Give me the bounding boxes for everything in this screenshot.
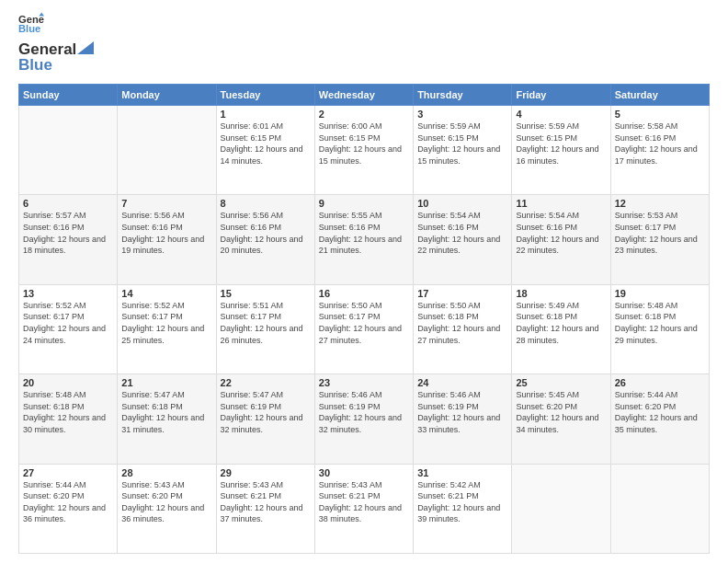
day-number: 15 bbox=[221, 288, 311, 299]
day-number: 17 bbox=[417, 288, 507, 299]
day-number: 5 bbox=[615, 109, 705, 120]
day-info: Sunrise: 5:45 AMSunset: 6:20 PMDaylight:… bbox=[516, 389, 606, 435]
calendar-cell: 6Sunrise: 5:57 AMSunset: 6:16 PMDaylight… bbox=[19, 195, 118, 284]
calendar-cell bbox=[610, 464, 709, 553]
day-number: 25 bbox=[516, 377, 606, 388]
calendar-cell: 31Sunrise: 5:42 AMSunset: 6:21 PMDayligh… bbox=[414, 464, 512, 553]
logo-blue: Blue bbox=[18, 56, 94, 75]
col-header-friday: Friday bbox=[512, 85, 610, 106]
calendar-cell: 24Sunrise: 5:46 AMSunset: 6:19 PMDayligh… bbox=[414, 374, 512, 464]
day-info: Sunrise: 5:57 AMSunset: 6:16 PMDaylight:… bbox=[23, 210, 113, 256]
day-number: 10 bbox=[417, 198, 507, 209]
day-info: Sunrise: 5:56 AMSunset: 6:16 PMDaylight:… bbox=[221, 210, 311, 256]
calendar-cell: 16Sunrise: 5:50 AMSunset: 6:17 PMDayligh… bbox=[314, 284, 413, 373]
day-info: Sunrise: 5:44 AMSunset: 6:20 PMDaylight:… bbox=[615, 389, 705, 435]
day-number: 23 bbox=[319, 377, 409, 388]
day-info: Sunrise: 5:50 AMSunset: 6:17 PMDaylight:… bbox=[319, 300, 409, 346]
calendar-cell: 8Sunrise: 5:56 AMSunset: 6:16 PMDaylight… bbox=[216, 195, 314, 284]
day-number: 30 bbox=[319, 467, 409, 478]
svg-text:Blue: Blue bbox=[18, 23, 40, 34]
day-info: Sunrise: 5:49 AMSunset: 6:18 PMDaylight:… bbox=[516, 300, 606, 346]
day-number: 28 bbox=[121, 467, 211, 478]
day-info: Sunrise: 5:48 AMSunset: 6:18 PMDaylight:… bbox=[23, 389, 113, 435]
day-info: Sunrise: 5:43 AMSunset: 6:21 PMDaylight:… bbox=[221, 479, 311, 525]
day-info: Sunrise: 5:50 AMSunset: 6:18 PMDaylight:… bbox=[417, 300, 507, 346]
day-info: Sunrise: 5:44 AMSunset: 6:20 PMDaylight:… bbox=[23, 479, 113, 525]
day-info: Sunrise: 5:53 AMSunset: 6:17 PMDaylight:… bbox=[615, 210, 705, 256]
day-number: 1 bbox=[221, 109, 311, 120]
day-number: 9 bbox=[319, 198, 409, 209]
day-number: 8 bbox=[221, 198, 311, 209]
day-number: 18 bbox=[516, 288, 606, 299]
day-number: 4 bbox=[516, 109, 606, 120]
col-header-tuesday: Tuesday bbox=[216, 85, 314, 106]
day-number: 3 bbox=[417, 109, 507, 120]
calendar-cell: 13Sunrise: 5:52 AMSunset: 6:17 PMDayligh… bbox=[19, 284, 118, 373]
calendar-cell: 14Sunrise: 5:52 AMSunset: 6:17 PMDayligh… bbox=[118, 284, 216, 373]
svg-marker-3 bbox=[77, 41, 94, 54]
day-info: Sunrise: 5:55 AMSunset: 6:16 PMDaylight:… bbox=[319, 210, 409, 256]
calendar-cell: 18Sunrise: 5:49 AMSunset: 6:18 PMDayligh… bbox=[512, 284, 610, 373]
day-info: Sunrise: 5:43 AMSunset: 6:20 PMDaylight:… bbox=[121, 479, 211, 525]
day-number: 2 bbox=[319, 109, 409, 120]
day-number: 7 bbox=[121, 198, 211, 209]
calendar-header-row: SundayMondayTuesdayWednesdayThursdayFrid… bbox=[19, 85, 710, 106]
calendar-cell: 23Sunrise: 5:46 AMSunset: 6:19 PMDayligh… bbox=[314, 374, 413, 464]
logo-icon: General Blue bbox=[18, 11, 44, 37]
calendar-cell: 17Sunrise: 5:50 AMSunset: 6:18 PMDayligh… bbox=[414, 284, 512, 373]
day-info: Sunrise: 5:58 AMSunset: 6:16 PMDaylight:… bbox=[615, 121, 705, 167]
day-number: 31 bbox=[417, 467, 507, 478]
day-number: 24 bbox=[417, 377, 507, 388]
day-info: Sunrise: 5:42 AMSunset: 6:21 PMDaylight:… bbox=[417, 479, 507, 525]
col-header-saturday: Saturday bbox=[610, 85, 709, 106]
calendar-cell: 2Sunrise: 6:00 AMSunset: 6:15 PMDaylight… bbox=[314, 106, 413, 195]
day-number: 27 bbox=[23, 467, 113, 478]
calendar-cell: 5Sunrise: 5:58 AMSunset: 6:16 PMDaylight… bbox=[610, 106, 709, 195]
day-number: 20 bbox=[23, 377, 113, 388]
day-info: Sunrise: 5:59 AMSunset: 6:15 PMDaylight:… bbox=[417, 121, 507, 167]
calendar-cell: 11Sunrise: 5:54 AMSunset: 6:16 PMDayligh… bbox=[512, 195, 610, 284]
calendar-cell bbox=[19, 106, 118, 195]
calendar-cell: 20Sunrise: 5:48 AMSunset: 6:18 PMDayligh… bbox=[19, 374, 118, 464]
calendar-cell: 21Sunrise: 5:47 AMSunset: 6:18 PMDayligh… bbox=[118, 374, 216, 464]
blue-triangle-icon bbox=[77, 41, 94, 54]
col-header-thursday: Thursday bbox=[414, 85, 512, 106]
calendar-cell bbox=[512, 464, 610, 553]
day-number: 6 bbox=[23, 198, 113, 209]
day-number: 13 bbox=[23, 288, 113, 299]
day-number: 22 bbox=[221, 377, 311, 388]
calendar-cell: 29Sunrise: 5:43 AMSunset: 6:21 PMDayligh… bbox=[216, 464, 314, 553]
day-number: 19 bbox=[615, 288, 705, 299]
calendar-cell: 15Sunrise: 5:51 AMSunset: 6:17 PMDayligh… bbox=[216, 284, 314, 373]
day-number: 11 bbox=[516, 198, 606, 209]
calendar-cell: 1Sunrise: 6:01 AMSunset: 6:15 PMDaylight… bbox=[216, 106, 314, 195]
day-info: Sunrise: 5:59 AMSunset: 6:15 PMDaylight:… bbox=[516, 121, 606, 167]
day-info: Sunrise: 5:56 AMSunset: 6:16 PMDaylight:… bbox=[121, 210, 211, 256]
day-info: Sunrise: 5:51 AMSunset: 6:17 PMDaylight:… bbox=[221, 300, 311, 346]
day-number: 14 bbox=[121, 288, 211, 299]
calendar-week-row: 1Sunrise: 6:01 AMSunset: 6:15 PMDaylight… bbox=[19, 106, 710, 195]
day-number: 26 bbox=[615, 377, 705, 388]
day-info: Sunrise: 5:54 AMSunset: 6:16 PMDaylight:… bbox=[516, 210, 606, 256]
calendar-week-row: 6Sunrise: 5:57 AMSunset: 6:16 PMDaylight… bbox=[19, 195, 710, 284]
day-info: Sunrise: 6:00 AMSunset: 6:15 PMDaylight:… bbox=[319, 121, 409, 167]
day-number: 12 bbox=[615, 198, 705, 209]
col-header-monday: Monday bbox=[118, 85, 216, 106]
calendar-cell bbox=[118, 106, 216, 195]
calendar-week-row: 13Sunrise: 5:52 AMSunset: 6:17 PMDayligh… bbox=[19, 284, 710, 373]
calendar-cell: 22Sunrise: 5:47 AMSunset: 6:19 PMDayligh… bbox=[216, 374, 314, 464]
col-header-sunday: Sunday bbox=[19, 85, 118, 106]
day-info: Sunrise: 5:52 AMSunset: 6:17 PMDaylight:… bbox=[23, 300, 113, 346]
calendar-cell: 27Sunrise: 5:44 AMSunset: 6:20 PMDayligh… bbox=[19, 464, 118, 553]
day-info: Sunrise: 5:46 AMSunset: 6:19 PMDaylight:… bbox=[417, 389, 507, 435]
day-info: Sunrise: 5:46 AMSunset: 6:19 PMDaylight:… bbox=[319, 389, 409, 435]
calendar-cell: 9Sunrise: 5:55 AMSunset: 6:16 PMDaylight… bbox=[314, 195, 413, 284]
calendar-cell: 26Sunrise: 5:44 AMSunset: 6:20 PMDayligh… bbox=[610, 374, 709, 464]
day-number: 21 bbox=[121, 377, 211, 388]
calendar-week-row: 27Sunrise: 5:44 AMSunset: 6:20 PMDayligh… bbox=[19, 464, 710, 553]
day-info: Sunrise: 6:01 AMSunset: 6:15 PMDaylight:… bbox=[221, 121, 311, 167]
header: General Blue General Blue bbox=[18, 15, 710, 75]
calendar-table: SundayMondayTuesdayWednesdayThursdayFrid… bbox=[18, 84, 710, 554]
calendar-cell: 30Sunrise: 5:43 AMSunset: 6:21 PMDayligh… bbox=[314, 464, 413, 553]
calendar-cell: 19Sunrise: 5:48 AMSunset: 6:18 PMDayligh… bbox=[610, 284, 709, 373]
